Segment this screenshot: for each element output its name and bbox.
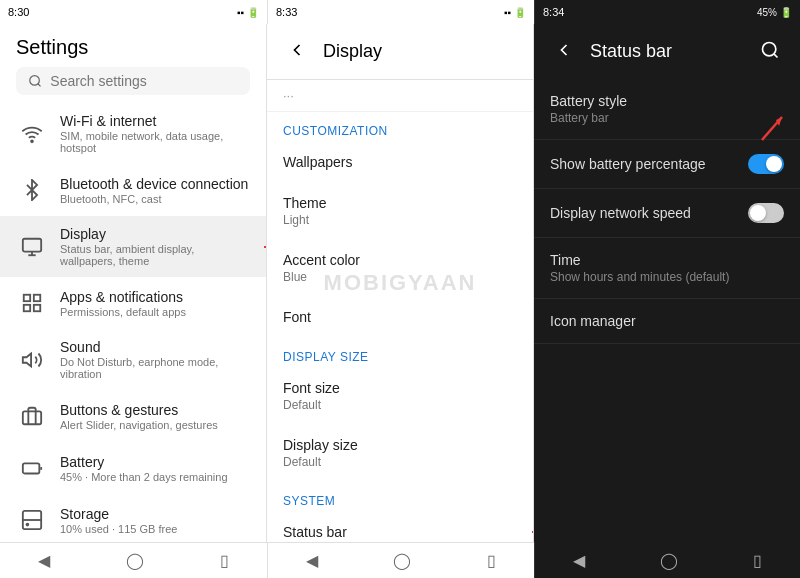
svg-rect-9	[24, 305, 30, 311]
status-bar-left: 8:30 ▪▪ 🔋	[0, 0, 267, 24]
battery-icon-right: 🔋	[780, 7, 792, 18]
nav-back-mid[interactable]: ◀	[298, 543, 326, 578]
svg-point-15	[27, 524, 29, 526]
svg-point-17	[763, 43, 776, 56]
svg-rect-6	[24, 295, 30, 301]
nav-bar-mid: ◀ ◯ ▯	[267, 542, 534, 578]
showbattery-text: Show battery percentage	[550, 156, 748, 172]
settings-item-display[interactable]: Display Status bar, ambient display, wal…	[0, 216, 266, 277]
battery-percent-right: 45%	[757, 7, 777, 18]
wifi-icon	[16, 118, 48, 150]
search-bar[interactable]	[16, 67, 250, 95]
bluetooth-item-text: Bluetooth & device connection Bluetooth,…	[60, 176, 250, 205]
status-bar-right: 8:34 45% 🔋	[534, 0, 800, 24]
time-left: 8:30	[8, 6, 29, 18]
display-item-wallpapers[interactable]: Wallpapers	[267, 142, 533, 183]
display-item-theme[interactable]: Theme Light	[267, 183, 533, 240]
statusbar-header-left: Status bar	[550, 36, 672, 67]
statusbar-arrow	[532, 525, 534, 539]
battery-item-text: Battery 45% · More than 2 days remaining	[60, 454, 250, 483]
apps-item-text: Apps & notifications Permissions, defaul…	[60, 289, 250, 318]
statusbar-item-time[interactable]: Time Show hours and minutes (default)	[534, 238, 800, 299]
svg-marker-10	[23, 353, 31, 366]
status-icons-mid: ▪▪ 🔋	[504, 7, 526, 18]
settings-item-bluetooth[interactable]: Bluetooth & device connection Bluetooth,…	[0, 164, 266, 216]
statusbar-text: Status bar	[283, 524, 347, 540]
display-title: Display	[323, 41, 382, 62]
settings-item-apps[interactable]: Apps & notifications Permissions, defaul…	[0, 277, 266, 329]
svg-rect-11	[23, 411, 41, 424]
search-icon	[28, 73, 42, 89]
storage-icon	[16, 504, 48, 536]
all-status-bars: 8:30 ▪▪ 🔋 8:33 ▪▪ 🔋 8:34 45% 🔋	[0, 0, 800, 24]
battery-toggle-arrow	[752, 112, 792, 146]
settings-list: Wi-Fi & internet SIM, mobile network, da…	[0, 103, 266, 542]
toggle-knob-network	[750, 205, 766, 221]
showbattery-toggle[interactable]	[748, 154, 784, 174]
sim-icon: ▪▪	[237, 7, 244, 18]
apps-icon	[16, 287, 48, 319]
nav-recents-right[interactable]: ▯	[745, 543, 770, 578]
sound-icon	[16, 344, 48, 376]
status-icons-right: 45% 🔋	[757, 7, 792, 18]
statusbar-search-button[interactable]	[756, 36, 784, 67]
settings-item-storage[interactable]: Storage 10% used · 115 GB free	[0, 494, 266, 542]
wifi-item-text: Wi-Fi & internet SIM, mobile network, da…	[60, 113, 250, 154]
sim-icon-mid: ▪▪	[504, 7, 511, 18]
display-item-statusbar[interactable]: Status bar	[267, 512, 533, 542]
nav-recents-left[interactable]: ▯	[212, 543, 237, 578]
svg-line-1	[38, 84, 41, 87]
main-content: Settings Wi-Fi & internet SIM, mobile ne…	[0, 24, 800, 542]
settings-title: Settings	[16, 36, 250, 59]
storage-item-text: Storage 10% used · 115 GB free	[60, 506, 250, 535]
statusbar-header: Status bar	[534, 24, 800, 79]
settings-item-wifi[interactable]: Wi-Fi & internet SIM, mobile network, da…	[0, 103, 266, 164]
svg-point-2	[31, 140, 33, 142]
statusbar-item-showbattery[interactable]: Show battery percentage	[534, 140, 800, 189]
nav-home-right[interactable]: ◯	[652, 543, 686, 578]
nav-back-left[interactable]: ◀	[30, 543, 58, 578]
svg-rect-8	[34, 305, 40, 311]
nav-recents-mid[interactable]: ▯	[479, 543, 504, 578]
nav-back-right[interactable]: ◀	[565, 543, 593, 578]
settings-item-sound[interactable]: Sound Do Not Disturb, earphone mode, vib…	[0, 329, 266, 390]
time-right: 8:34	[543, 6, 564, 18]
customization-label: CUSTOMIZATION	[267, 112, 533, 142]
statusbar-item-iconmanager[interactable]: Icon manager	[534, 299, 800, 344]
display-item-text: Display Status bar, ambient display, wal…	[60, 226, 250, 267]
networkspeed-toggle[interactable]	[748, 203, 784, 223]
display-partial-item: ···	[267, 80, 533, 112]
display-item-fontsize[interactable]: Font size Default	[267, 368, 533, 425]
svg-rect-12	[23, 463, 40, 473]
display-item-font[interactable]: Font	[267, 297, 533, 338]
search-input[interactable]	[50, 73, 238, 89]
system-label: SYSTEM	[267, 482, 533, 512]
sound-item-text: Sound Do Not Disturb, earphone mode, vib…	[60, 339, 250, 380]
time-mid: 8:33	[276, 6, 297, 18]
nav-home-left[interactable]: ◯	[118, 543, 152, 578]
display-icon	[16, 231, 48, 263]
display-item-displaysize[interactable]: Display size Default	[267, 425, 533, 482]
display-back-button[interactable]	[283, 36, 311, 67]
buttons-icon	[16, 400, 48, 432]
svg-rect-3	[23, 238, 41, 251]
svg-line-18	[774, 54, 778, 58]
status-bar-mid: 8:33 ▪▪ 🔋	[267, 0, 534, 24]
statusbar-back-button[interactable]	[550, 36, 578, 67]
display-item-accent[interactable]: Accent color Blue	[267, 240, 533, 297]
svg-point-0	[30, 76, 40, 86]
toggle-knob-battery	[766, 156, 782, 172]
battery-item-icon	[16, 452, 48, 484]
bluetooth-icon	[16, 174, 48, 206]
statusbar-title: Status bar	[590, 41, 672, 62]
settings-item-buttons[interactable]: Buttons & gestures Alert Slider, navigat…	[0, 390, 266, 442]
settings-header: Settings	[0, 24, 266, 103]
networkspeed-text: Display network speed	[550, 205, 748, 221]
nav-bar-right: ◀ ◯ ▯	[534, 542, 800, 578]
buttons-item-text: Buttons & gestures Alert Slider, navigat…	[60, 402, 250, 431]
nav-home-mid[interactable]: ◯	[385, 543, 419, 578]
statusbar-item-networkspeed[interactable]: Display network speed	[534, 189, 800, 238]
nav-bar-left: ◀ ◯ ▯	[0, 542, 267, 578]
settings-item-battery[interactable]: Battery 45% · More than 2 days remaining	[0, 442, 266, 494]
status-icons-left: ▪▪ 🔋	[237, 7, 259, 18]
